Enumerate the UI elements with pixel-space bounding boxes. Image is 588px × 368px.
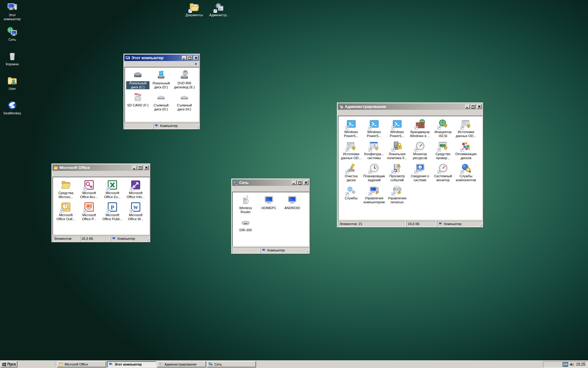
file-item[interactable]: Источники данных OD... <box>340 141 363 160</box>
menu-item[interactable] <box>339 112 343 113</box>
maximize-button[interactable] <box>297 181 302 185</box>
file-item[interactable]: SDHC SD CARD (F:) <box>126 92 149 111</box>
file-item[interactable]: ANDROID <box>281 195 304 214</box>
task-button[interactable]: Администрирование <box>157 361 206 367</box>
menu-item[interactable] <box>356 112 360 113</box>
file-item[interactable]: Монитор ресурсов <box>409 141 432 160</box>
file-item[interactable]: Инициатор iSCSI <box>432 119 454 138</box>
shortcut-arrow-icon <box>130 187 134 191</box>
local-policy-icon <box>392 141 402 151</box>
desktop-icon[interactable]: Корзина <box>1 51 23 72</box>
maximize-button[interactable] <box>138 166 143 170</box>
file-item[interactable]: Локальный диск (D:) <box>149 70 173 89</box>
file-item[interactable]: Съемный диск (G:) <box>149 92 173 111</box>
desktop-icons-left: Этот компьютер Сеть Корзина User SeaMonk… <box>1 2 23 121</box>
menu-item[interactable] <box>58 173 62 174</box>
menu-item[interactable] <box>134 63 138 64</box>
file-item[interactable]: Управление печатью <box>386 185 409 204</box>
menu-item[interactable] <box>70 173 75 174</box>
titlebar[interactable]: Microsoft Office <box>52 164 150 171</box>
file-item[interactable]: Microsoft Office Info... <box>124 180 147 199</box>
file-item[interactable]: DVD DVD RW дисковод (E:) <box>173 70 196 89</box>
close-button[interactable] <box>194 56 198 60</box>
file-item[interactable]: Источники данных OD... <box>454 119 477 138</box>
titlebar[interactable]: Этот компьютер <box>124 55 199 61</box>
minimize-button[interactable] <box>465 105 470 109</box>
desktop-icon[interactable]: Этот компьютер <box>1 2 23 23</box>
start-button[interactable]: Пуск <box>1 361 17 367</box>
menu-item[interactable] <box>138 63 142 64</box>
file-item[interactable]: Оптимизация дисков <box>454 141 477 160</box>
file-item[interactable]: Съемный диск (H:) <box>173 92 196 111</box>
maximize-button[interactable] <box>187 56 192 60</box>
minimize-button[interactable] <box>182 56 187 60</box>
file-item[interactable]: Службы компонентов <box>454 163 477 182</box>
menu-item[interactable] <box>242 188 246 189</box>
file-item[interactable]: Планировщик заданий <box>363 163 386 182</box>
file-item[interactable]: Брандмауэр Windows в ... <box>409 119 432 138</box>
file-item[interactable]: Wireless Router <box>234 195 257 214</box>
pc-icon <box>264 195 274 205</box>
titlebar[interactable]: Администрирование <box>338 103 483 110</box>
desktop-icon[interactable]: Администр... <box>208 2 230 23</box>
maximize-button[interactable] <box>471 105 476 109</box>
menu-item[interactable] <box>237 188 242 189</box>
file-item[interactable]: Microsoft Office P... <box>77 202 101 221</box>
menu-item[interactable] <box>347 112 352 113</box>
status-location-pane: Компьютер <box>437 221 483 227</box>
close-button[interactable] <box>477 105 482 109</box>
task-button[interactable]: Microsoft Office <box>57 361 106 367</box>
menu-item[interactable] <box>343 112 347 113</box>
menu-item[interactable] <box>53 173 58 174</box>
file-item[interactable]: P Microsoft Office Publi... <box>101 202 124 221</box>
menu-item[interactable] <box>142 63 147 64</box>
menu-overflow-chevron[interactable]: » <box>193 62 198 66</box>
file-item[interactable]: Microsoft Office Ex... <box>101 180 124 199</box>
menu-item[interactable] <box>62 173 66 174</box>
file-item[interactable]: Системный монитор <box>432 163 454 182</box>
status-location-label: Компьютер <box>267 248 285 252</box>
minimize-button[interactable] <box>292 181 297 185</box>
file-item[interactable]: Просмотр событий <box>386 163 409 182</box>
close-button[interactable] <box>303 181 308 185</box>
file-item[interactable]: Windows PowerS... <box>386 119 409 138</box>
menu-item[interactable] <box>66 173 70 174</box>
minimize-button[interactable] <box>132 166 137 170</box>
desktop-icon[interactable]: Сеть <box>1 26 23 48</box>
desktop-icon[interactable]: Документы <box>183 2 205 23</box>
titlebar[interactable]: Сеть <box>232 179 309 186</box>
desktop-icon[interactable]: SeaMonkey <box>1 100 23 121</box>
menu-item[interactable] <box>233 188 237 189</box>
close-button[interactable] <box>144 166 149 170</box>
menu-item[interactable] <box>246 188 250 189</box>
file-item[interactable]: Службы <box>340 185 363 204</box>
file-item[interactable]: DIR-300 <box>234 217 257 232</box>
file-item-label: Конфигура... системы <box>363 152 386 160</box>
tray-clock[interactable]: 15:25 <box>576 362 585 366</box>
menu-item[interactable] <box>352 112 356 113</box>
file-item[interactable]: Microsoft Office Outl... <box>54 202 77 221</box>
file-item[interactable]: Средства Microso... <box>54 180 77 199</box>
menu-item[interactable] <box>250 188 254 189</box>
language-indicator[interactable]: EN <box>563 362 568 367</box>
file-item[interactable]: W Microsoft Office W... <box>124 202 147 221</box>
desktop-icon[interactable]: User <box>1 75 23 97</box>
file-item[interactable]: Средство провер... <box>432 141 454 160</box>
file-item[interactable]: Локальный диск (C:) <box>126 70 149 89</box>
volume-icon[interactable] <box>569 362 574 367</box>
menu-item[interactable] <box>130 63 134 64</box>
file-item[interactable]: Локальная политика б... <box>386 141 409 160</box>
file-item[interactable]: i Сведения о системе <box>409 163 432 182</box>
file-item-label: DVD RW дисковод (E:) <box>173 81 196 89</box>
file-item[interactable]: Microsoft Office Acc... <box>77 180 101 199</box>
menu-item[interactable] <box>125 63 130 64</box>
file-item[interactable]: Управление компьютером <box>363 185 386 204</box>
file-item[interactable]: Windows PowerS... <box>363 119 386 138</box>
file-item[interactable]: HOMEPC <box>257 195 281 214</box>
task-button[interactable]: Сеть <box>207 361 256 367</box>
file-item[interactable]: Конфигура... системы <box>363 141 386 160</box>
file-item[interactable]: Windows PowerS... <box>340 119 363 138</box>
file-item[interactable]: Очистка диска <box>340 163 363 182</box>
task-button[interactable]: Этот компьютер <box>107 361 156 367</box>
file-item-label: ANDROID <box>284 206 300 210</box>
